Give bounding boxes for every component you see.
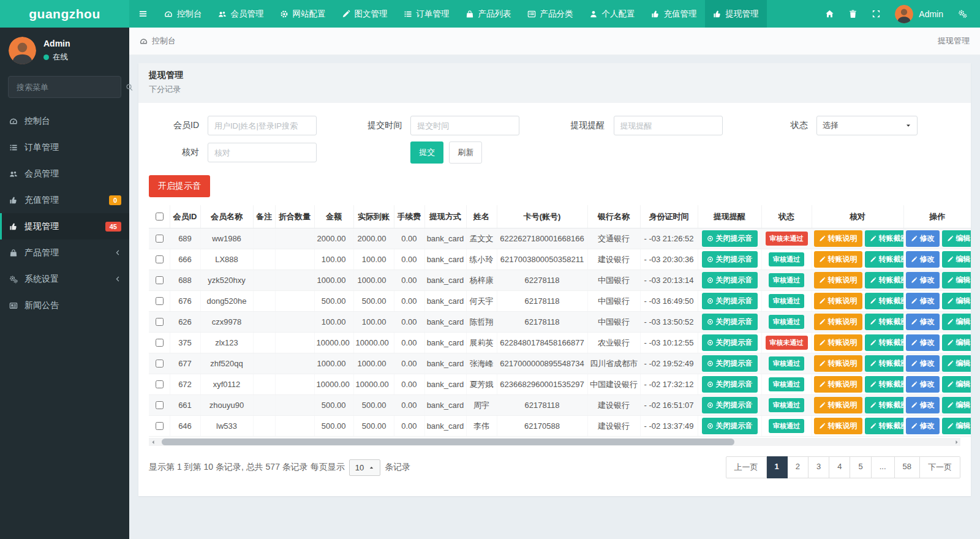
topnav-item-dashboard[interactable]: 控制台 xyxy=(156,0,210,28)
edit-button[interactable]: 编辑 xyxy=(942,376,971,393)
submit-time-input[interactable] xyxy=(410,116,519,135)
transfer-note-button[interactable]: 转账说明 xyxy=(814,397,862,413)
transfer-screenshot-button[interactable]: 转账截图 xyxy=(865,334,904,351)
page-size-select[interactable]: 10 xyxy=(349,459,380,476)
transfer-note-button[interactable]: 转账说明 xyxy=(814,355,862,372)
sidebar-item-news[interactable]: 新闻公告 xyxy=(0,292,129,318)
close-sound-button[interactable]: 关闭提示音 xyxy=(702,251,758,268)
sidebar-search-input[interactable] xyxy=(15,82,126,92)
page-button-1[interactable]: 1 xyxy=(767,456,788,478)
status-select[interactable]: 选择 xyxy=(816,116,918,135)
sidebar-toggle-button[interactable] xyxy=(129,0,156,28)
submit-button[interactable]: 提交 xyxy=(410,141,443,164)
home-button[interactable] xyxy=(818,0,841,28)
modify-button[interactable]: 修改 xyxy=(906,272,940,288)
next-page-button[interactable]: 下一页 xyxy=(920,456,960,478)
sidebar-item-members[interactable]: 会员管理 xyxy=(0,160,129,187)
topnav-item-product-category[interactable]: 产品分类 xyxy=(519,0,581,28)
close-sound-button[interactable]: 关闭提示音 xyxy=(702,334,758,351)
sidebar-item-recharge[interactable]: 充值管理0 xyxy=(0,187,129,213)
fullscreen-button[interactable] xyxy=(864,0,888,28)
topnav-item-members[interactable]: 会员管理 xyxy=(210,0,272,28)
edit-button[interactable]: 编辑 xyxy=(942,293,971,309)
edit-button[interactable]: 编辑 xyxy=(942,397,971,413)
transfer-screenshot-button[interactable]: 转账截图 xyxy=(865,230,904,247)
transfer-screenshot-button[interactable]: 转账截图 xyxy=(865,355,904,372)
sidebar-item-withdraw[interactable]: 提现管理45 xyxy=(0,213,129,239)
edit-button[interactable]: 编辑 xyxy=(942,230,971,247)
close-sound-button[interactable]: 关闭提示音 xyxy=(702,418,758,434)
close-sound-button[interactable]: 关闭提示音 xyxy=(702,355,758,372)
sidebar-item-orders[interactable]: 订单管理 xyxy=(0,134,129,160)
transfer-screenshot-button[interactable]: 转账截图 xyxy=(865,418,904,434)
row-checkbox[interactable] xyxy=(156,360,164,368)
transfer-note-button[interactable]: 转账说明 xyxy=(814,272,862,288)
row-checkbox[interactable] xyxy=(156,255,164,263)
modify-button[interactable]: 修改 xyxy=(906,293,940,309)
close-sound-button[interactable]: 关闭提示音 xyxy=(702,397,758,413)
member-id-input[interactable] xyxy=(208,116,317,135)
select-all-checkbox[interactable] xyxy=(156,213,164,221)
row-checkbox[interactable] xyxy=(156,276,164,284)
transfer-screenshot-button[interactable]: 转账截图 xyxy=(865,314,904,330)
scroll-left-arrow[interactable] xyxy=(149,438,157,446)
page-button-4[interactable]: 4 xyxy=(829,456,850,478)
settings-button[interactable] xyxy=(951,0,974,28)
page-button-3[interactable]: 3 xyxy=(809,456,829,478)
breadcrumb-left[interactable]: 控制台 xyxy=(140,36,176,47)
modify-button[interactable]: 修改 xyxy=(906,334,940,351)
transfer-screenshot-button[interactable]: 转账截图 xyxy=(865,293,904,309)
close-sound-button[interactable]: 关闭提示音 xyxy=(702,272,758,288)
scrollbar-track[interactable] xyxy=(157,438,952,446)
enable-sound-button[interactable]: 开启提示音 xyxy=(149,175,210,197)
modify-button[interactable]: 修改 xyxy=(906,230,940,247)
transfer-screenshot-button[interactable]: 转账截图 xyxy=(865,397,904,413)
page-button-2[interactable]: 2 xyxy=(788,456,809,478)
row-checkbox[interactable] xyxy=(156,380,164,388)
transfer-note-button[interactable]: 转账说明 xyxy=(814,376,862,393)
transfer-note-button[interactable]: 转账说明 xyxy=(814,251,862,268)
topnav-item-withdraw[interactable]: 提现管理 xyxy=(705,0,767,28)
topnav-item-recharge[interactable]: 充值管理 xyxy=(643,0,705,28)
page-ellipsis[interactable]: ... xyxy=(872,456,895,478)
modify-button[interactable]: 修改 xyxy=(906,251,940,268)
withdraw-remind-input[interactable] xyxy=(614,116,723,135)
clear-cache-button[interactable] xyxy=(841,0,864,28)
topnav-item-profile[interactable]: 个人配置 xyxy=(581,0,643,28)
row-checkbox[interactable] xyxy=(156,235,164,243)
edit-button[interactable]: 编辑 xyxy=(942,355,971,372)
row-checkbox[interactable] xyxy=(156,318,164,326)
transfer-note-button[interactable]: 转账说明 xyxy=(814,230,862,247)
page-button-58[interactable]: 58 xyxy=(895,456,920,478)
sidebar-item-products[interactable]: 产品管理 xyxy=(0,239,129,266)
edit-button[interactable]: 编辑 xyxy=(942,251,971,268)
modify-button[interactable]: 修改 xyxy=(906,418,940,434)
topnav-item-content[interactable]: 图文管理 xyxy=(334,0,396,28)
row-checkbox[interactable] xyxy=(156,401,164,409)
edit-button[interactable]: 编辑 xyxy=(942,314,971,330)
sidebar-item-settings[interactable]: 系统设置 xyxy=(0,266,129,292)
modify-button[interactable]: 修改 xyxy=(906,314,940,330)
row-checkbox[interactable] xyxy=(156,422,164,430)
row-checkbox[interactable] xyxy=(156,339,164,347)
close-sound-button[interactable]: 关闭提示音 xyxy=(702,376,758,393)
transfer-screenshot-button[interactable]: 转账截图 xyxy=(865,272,904,288)
edit-button[interactable]: 编辑 xyxy=(942,334,971,351)
modify-button[interactable]: 修改 xyxy=(906,397,940,413)
refresh-button[interactable]: 刷新 xyxy=(449,141,482,164)
topnav-item-product-list[interactable]: 产品列表 xyxy=(458,0,519,28)
user-menu[interactable]: Admin xyxy=(888,5,951,23)
sidebar-item-dashboard[interactable]: 控制台 xyxy=(0,108,129,134)
modify-button[interactable]: 修改 xyxy=(906,376,940,393)
close-sound-button[interactable]: 关闭提示音 xyxy=(702,230,758,247)
prev-page-button[interactable]: 上一页 xyxy=(726,456,767,478)
transfer-screenshot-button[interactable]: 转账截图 xyxy=(865,376,904,393)
page-button-5[interactable]: 5 xyxy=(850,456,871,478)
scroll-right-arrow[interactable] xyxy=(952,438,960,446)
transfer-screenshot-button[interactable]: 转账截图 xyxy=(865,251,904,268)
close-sound-button[interactable]: 关闭提示音 xyxy=(702,314,758,330)
check-input[interactable] xyxy=(208,143,317,162)
transfer-note-button[interactable]: 转账说明 xyxy=(814,293,862,309)
modify-button[interactable]: 修改 xyxy=(906,355,940,372)
transfer-note-button[interactable]: 转账说明 xyxy=(814,418,862,434)
